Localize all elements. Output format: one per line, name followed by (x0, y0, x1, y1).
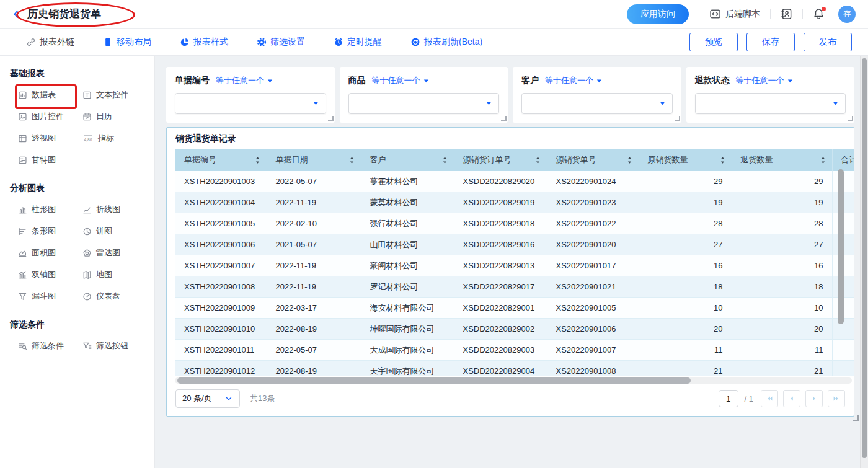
column-header-5[interactable]: 源销货单号 (547, 149, 639, 171)
prev-page-button[interactable] (783, 390, 800, 407)
column-header-6[interactable]: 原销货数量 (639, 149, 732, 171)
scrollbar-thumb[interactable] (862, 58, 867, 458)
sidebar-item-label: 数据表 (32, 89, 56, 100)
filter-button-icon (82, 342, 92, 351)
resize-handle[interactable] (675, 116, 680, 121)
topbar-left: 历史销货退货单 (0, 0, 101, 28)
publish-button[interactable]: 发布 (804, 33, 852, 51)
sidebar-item-image-widget[interactable]: 图片控件 (18, 111, 82, 122)
table-cell: XSTH20220901003 (175, 171, 267, 192)
sidebar-item-filter-button[interactable]: 筛选按钮 (82, 340, 144, 351)
address-book-button[interactable] (781, 8, 792, 20)
table-cell: XSDD20220829004 (454, 361, 547, 377)
filter-widget-4[interactable]: 退款状态等于任意一个 (686, 67, 855, 123)
sidebar-item-filter-condition[interactable]: 筛选条件 (18, 340, 82, 351)
column-header-2[interactable]: 单据日期 (267, 149, 361, 171)
sidebar-item-calendar[interactable]: 日历 (82, 111, 144, 122)
sidebar-item-column-chart[interactable]: 柱形图 (18, 204, 82, 215)
sidebar-section: 筛选条件筛选条件筛选按钮 (0, 302, 154, 351)
resize-handle[interactable] (328, 116, 334, 121)
sort-icon[interactable] (627, 156, 632, 164)
filter-widget-3[interactable]: 客户等于任意一个 (513, 67, 681, 123)
filter-operator[interactable]: 等于任意一个 (216, 75, 273, 86)
table-cell: XSDD20220829018 (454, 213, 547, 234)
data-table-icon (18, 91, 27, 100)
sidebar-item-text-widget[interactable]: 文本控件 (82, 89, 144, 100)
ribbon-item-report-link[interactable]: 报表外链 (26, 37, 74, 48)
sort-icon[interactable] (820, 156, 826, 164)
filter-widget-1[interactable]: 单据编号等于任意一个 (166, 67, 335, 123)
column-label: 合计金额 (841, 154, 854, 166)
table-cell: XSTH20220901009 (175, 298, 267, 319)
sidebar-item-metric[interactable]: 4,80指标 (82, 133, 144, 144)
last-page-button[interactable] (828, 390, 845, 407)
table-cell: 11 (639, 340, 732, 361)
filter-operator[interactable]: 等于任意一个 (736, 75, 794, 86)
sort-icon[interactable] (720, 156, 725, 164)
preview-button[interactable]: 预览 (689, 33, 738, 51)
column-header-3[interactable]: 客户 (361, 149, 454, 171)
page-scrollbar[interactable] (860, 56, 868, 468)
column-header-8[interactable]: 合计金额 (832, 149, 854, 171)
sidebar-item-dual-axis-chart[interactable]: 双轴图 (18, 269, 82, 280)
app-access-button[interactable]: 应用访问 (627, 4, 689, 24)
scrollbar-thumb[interactable] (177, 377, 691, 384)
sidebar-item-funnel-chart[interactable]: 漏斗图 (18, 291, 82, 302)
page-size-select[interactable]: 20 条/页 (175, 389, 240, 408)
funnel-chart-icon (18, 292, 27, 301)
back-button[interactable] (11, 9, 21, 19)
notification-bell[interactable] (813, 8, 825, 20)
filter-select[interactable] (348, 93, 500, 114)
resize-handle[interactable] (501, 116, 507, 121)
table-cell: 16 (732, 255, 832, 276)
next-page-button[interactable] (805, 390, 823, 407)
filter-select[interactable] (695, 93, 846, 114)
dropdown-arrow-icon (423, 77, 430, 84)
filter-operator[interactable]: 等于任意一个 (545, 75, 603, 86)
table-cell: 天宇国际有限公司 (361, 361, 454, 377)
table-cell: XSDD20220829002 (454, 319, 547, 340)
table-horizontal-scrollbar[interactable] (175, 377, 852, 384)
table-cell: 大成国际有限公司 (361, 340, 454, 361)
ribbon-item-report-refresh[interactable]: 报表刷新(Beta) (410, 37, 482, 48)
sort-icon[interactable] (442, 156, 448, 164)
ribbon-item-scheduled-reminder[interactable]: 定时提醒 (334, 37, 382, 48)
table-row: XSTH202209010042022-11-19蒙莫材料公司XSDD20220… (175, 192, 854, 213)
resize-handle[interactable] (853, 415, 859, 421)
table-vertical-scrollbar[interactable] (838, 169, 844, 324)
filter-widget-2[interactable]: 商品等于任意一个 (340, 67, 508, 123)
table-cell: 蒙莫材料公司 (361, 192, 454, 213)
sidebar-item-line-chart[interactable]: 折线图 (82, 204, 144, 215)
ribbon-item-mobile-layout[interactable]: 移动布局 (103, 37, 151, 48)
sort-icon[interactable] (535, 156, 541, 164)
sidebar-item-data-table[interactable]: 数据表 (18, 89, 82, 100)
first-page-button[interactable] (761, 390, 778, 407)
sidebar-item-area-chart[interactable]: 面积图 (18, 247, 82, 258)
column-header-7[interactable]: 退货数量 (732, 149, 832, 171)
page-input[interactable]: 1 (719, 390, 738, 407)
save-button[interactable]: 保存 (746, 33, 795, 51)
table-widget[interactable]: 销货退货单记录 单据编号单据日期客户源销货订单号源销货单号原销货数量退货数量合计… (166, 127, 854, 417)
sidebar-item-pivot[interactable]: 透视图 (18, 133, 82, 144)
ribbon-item-report-style[interactable]: 报表样式 (180, 37, 228, 48)
column-header-4[interactable]: 源销货订单号 (454, 149, 547, 171)
filter-select[interactable] (175, 93, 326, 114)
filter-select[interactable] (521, 93, 673, 114)
sidebar-item-gantt[interactable]: 甘特图 (18, 154, 82, 166)
page-title[interactable]: 历史销货退货单 (27, 7, 101, 21)
column-header-1[interactable]: 单据编号 (175, 149, 267, 171)
ribbon-item-filter-settings[interactable]: 筛选设置 (257, 37, 305, 48)
sort-icon[interactable] (349, 156, 355, 164)
backend-script-button[interactable]: 后端脚本 (709, 8, 760, 20)
sidebar-item-bar-chart[interactable]: 条形图 (18, 226, 82, 237)
table-cell: XS20220901006 (547, 319, 639, 340)
filter-operator[interactable]: 等于任意一个 (372, 75, 430, 86)
sidebar-section: 分析图表柱形图折线图条形图饼图面积图雷达图双轴图地图漏斗图仪表盘 (0, 166, 154, 302)
sort-icon[interactable] (255, 156, 260, 164)
sidebar-item-radar-chart[interactable]: 雷达图 (82, 247, 144, 258)
resize-handle[interactable] (848, 116, 853, 121)
sidebar-item-pie-chart[interactable]: 饼图 (82, 226, 144, 237)
avatar[interactable]: 存 (838, 6, 856, 23)
sidebar-item-map[interactable]: 地图 (82, 269, 144, 280)
sidebar-item-gauge[interactable]: 仪表盘 (82, 291, 144, 302)
